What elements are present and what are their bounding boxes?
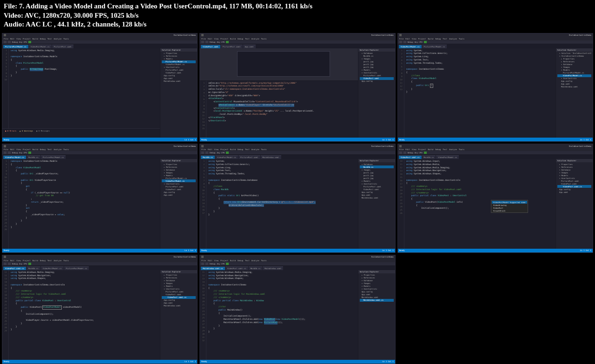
nav-back-button[interactable] — [4, 152, 7, 154]
menu-item[interactable]: File — [201, 148, 206, 151]
code-editor[interactable]: 11121314151617181920212223242526272829us… — [2, 270, 160, 360]
menu-item[interactable]: Test — [443, 38, 448, 40]
document-tab[interactable]: MockDb.cs — [26, 266, 40, 270]
document-tab[interactable]: PicturePostModel.cs — [422, 45, 447, 48]
document-tab[interactable]: MockDb.cs — [26, 155, 40, 159]
document-tab[interactable]: VideoPostModel.cs — [41, 266, 64, 270]
solution-explorer[interactable]: Solution Explorer▸ Properties▸ Reference… — [358, 270, 395, 360]
menu-item[interactable]: Debug — [40, 148, 46, 151]
code-editor[interactable]: 567891011121314151617181920212223242526n… — [2, 159, 160, 249]
code-editor[interactable]: 12345678910111213using System; using Sys… — [398, 48, 555, 138]
document-tab[interactable]: PicturePostModel.cs — [64, 266, 89, 270]
xaml-designer[interactable] — [200, 48, 357, 81]
code-editor[interactable]: 1011121314151617181920212223242526using … — [398, 159, 555, 249]
config-dropdown[interactable]: Debug — [408, 41, 413, 43]
start-button[interactable] — [28, 263, 31, 265]
nav-back-button[interactable] — [201, 41, 204, 43]
solution-explorer[interactable]: Solution Explorer▸ Properties▸ Reference… — [555, 159, 593, 249]
document-tab[interactable]: VideoPostModel.cs — [215, 155, 238, 159]
menu-item[interactable]: Build — [33, 148, 38, 151]
solution-explorer[interactable]: Solution Explorer▾ Database MockDb.cs▾ I… — [358, 159, 395, 249]
designer-canvas[interactable] — [237, 51, 330, 77]
menu-item[interactable]: File — [4, 148, 8, 151]
code-content[interactable]: using System.Windows.Media.Imaging; usin… — [206, 270, 357, 360]
solution-explorer[interactable]: Solution Explorer▾ Database MockDb.cs▾ I… — [358, 48, 395, 138]
document-tab[interactable]: VideoPost.xaml — [201, 45, 220, 48]
menu-item[interactable]: Build — [428, 148, 433, 151]
tree-item[interactable]: MainWindow.xaml — [557, 86, 591, 88]
menu-item[interactable]: Edit — [208, 38, 212, 40]
save-button[interactable] — [205, 41, 208, 43]
menu-item[interactable]: Build — [428, 38, 433, 40]
code-content[interactable]: using System; using System.Collections.G… — [404, 48, 555, 138]
document-tab[interactable]: PicturePost.xaml — [52, 45, 74, 48]
menu-item[interactable]: Analyze — [251, 148, 259, 151]
menu-item[interactable]: Debug — [238, 38, 243, 40]
save-button[interactable] — [205, 263, 208, 265]
platform-dropdown[interactable]: Any CPU — [19, 263, 27, 265]
document-tab[interactable]: App.xaml — [243, 45, 256, 48]
document-tab[interactable]: PicturePostModel.cs — [3, 45, 28, 48]
intellisense-popup[interactable]: VideoPostModel Suggested nameVideoDrawin… — [491, 200, 528, 213]
document-tab[interactable]: VideoPost.xaml.cs — [3, 266, 26, 270]
menu-item[interactable]: Debug — [40, 259, 46, 262]
code-editor[interactable]: 1112131415161718192021222324252627282930… — [200, 270, 357, 360]
code-content[interactable]: using System; using System.Collections.G… — [206, 159, 357, 249]
menu-item[interactable]: Debug — [435, 38, 441, 40]
tree-item[interactable]: MainWindow.xaml — [360, 196, 394, 199]
document-tab[interactable]: PicturePost.xaml — [221, 45, 243, 48]
platform-dropdown[interactable]: Any CPU — [19, 41, 27, 43]
solution-explorer[interactable]: Solution Explorer▸ Properties▸ Reference… — [160, 48, 197, 138]
tree-item[interactable]: ▾ Solution 'InstaUserControlDemo' — [557, 52, 591, 55]
start-button[interactable] — [424, 152, 427, 154]
menu-item[interactable]: View — [16, 148, 21, 151]
menu-item[interactable]: Tools — [261, 38, 267, 40]
menu-item[interactable]: Project — [23, 259, 31, 262]
menu-item[interactable]: Project — [220, 259, 228, 262]
menu-item[interactable]: View — [214, 148, 219, 151]
platform-dropdown[interactable]: Any CPU — [415, 152, 423, 154]
start-button[interactable] — [28, 41, 31, 43]
save-button[interactable] — [403, 152, 406, 154]
tree-item[interactable]: App.xaml — [557, 191, 591, 193]
menu-item[interactable]: Edit — [208, 259, 212, 262]
menu-item[interactable]: File — [201, 259, 206, 262]
document-tab[interactable]: VideoPost.xaml.cs — [225, 266, 248, 270]
error-list-panel[interactable]: ● 0 Errors▲ 0 Warnings● 0 Messages — [2, 128, 160, 138]
menu-item[interactable]: File — [201, 38, 206, 40]
messages-tab[interactable]: ● 0 Messages — [35, 130, 51, 132]
menu-item[interactable]: Project — [418, 38, 426, 40]
nav-back-button[interactable] — [201, 152, 204, 154]
menu-item[interactable]: Build — [230, 38, 236, 40]
code-editor[interactable]: 12345678910using System.Windows.Media.Im… — [2, 48, 160, 129]
menu-item[interactable]: Test — [245, 148, 250, 151]
menu-item[interactable]: Tools — [459, 148, 464, 151]
menu-item[interactable]: Test — [443, 148, 448, 151]
menu-item[interactable]: Edit — [208, 148, 212, 151]
solution-explorer[interactable]: Solution Explorer▸ Properties▸ Reference… — [160, 159, 197, 249]
document-tab[interactable]: PicturePostModel.cs — [41, 155, 66, 159]
platform-dropdown[interactable]: Any CPU — [217, 41, 225, 43]
platform-dropdown[interactable]: Any CPU — [217, 152, 225, 154]
nav-back-button[interactable] — [4, 263, 7, 265]
menu-item[interactable]: Edit — [405, 148, 410, 151]
solution-tree[interactable]: ▸ Properties▸ References▾ Models Picture… — [160, 52, 197, 83]
menu-item[interactable]: Analyze — [449, 148, 457, 151]
solution-explorer[interactable]: Solution Explorer▾ Solution 'InstaUserCo… — [555, 48, 593, 138]
menu-item[interactable]: View — [16, 259, 21, 262]
menu-item[interactable]: Test — [47, 148, 52, 151]
platform-dropdown[interactable]: Any CPU — [415, 41, 423, 43]
start-button[interactable] — [424, 41, 427, 43]
menu-item[interactable]: Analyze — [54, 259, 62, 262]
menu-item[interactable]: Tools — [63, 38, 69, 40]
menu-item[interactable]: Analyze — [54, 38, 62, 40]
config-dropdown[interactable]: Debug — [210, 152, 215, 154]
code-content[interactable]: using System.Windows.Input; using System… — [404, 159, 555, 249]
menu-item[interactable]: Project — [220, 38, 228, 40]
menu-item[interactable]: Tools — [63, 259, 69, 262]
config-dropdown[interactable]: Debug — [12, 41, 18, 43]
code-editor[interactable]: 1234567891011121314151617using System; u… — [200, 159, 357, 249]
menu-item[interactable]: Edit — [10, 259, 15, 262]
menu-item[interactable]: View — [214, 38, 219, 40]
solution-tree[interactable]: ▸ Properties▸ References▾ Database▾ Imag… — [358, 273, 395, 302]
